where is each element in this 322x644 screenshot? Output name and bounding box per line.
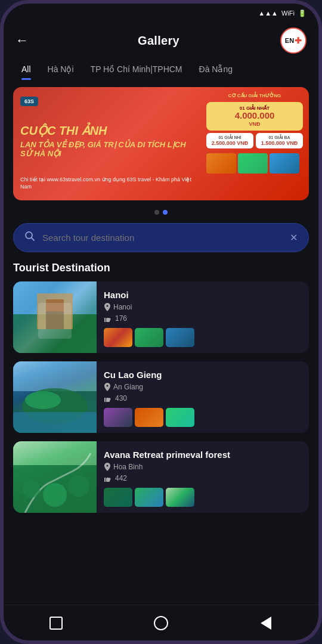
- svg-rect-4: [13, 314, 97, 353]
- banner-sub-title: LAN TỎA VẺ ĐẸP, GIÁ TRỊ CỦA DI TÍCH LỊCH…: [20, 140, 194, 159]
- hanoi-thumb-2: [135, 328, 163, 347]
- culao-location: An Giang: [104, 383, 302, 391]
- banner-thumb-2: [238, 153, 268, 174]
- destination-card-avana[interactable]: Avana Retreat primeval forest Hoa Binh: [13, 441, 309, 513]
- hanoi-card-body: Hanoi Hanoi 176: [97, 281, 309, 353]
- carousel-dots: [4, 205, 318, 217]
- back-icon: [261, 617, 271, 630]
- prize-1st-amount: 4.000.000: [211, 111, 298, 121]
- search-clear-button[interactable]: ✕: [290, 232, 298, 243]
- hanoi-name: Hanoi: [104, 290, 302, 300]
- destination-card-hanoi[interactable]: Hanoi Hanoi 176: [13, 281, 309, 353]
- nav-home-button[interactable]: [150, 612, 172, 634]
- culao-thumbnails: [104, 408, 302, 427]
- page-title: Gallery: [138, 34, 179, 48]
- dot-1[interactable]: [154, 210, 159, 215]
- avana-thumb-2: [135, 488, 163, 507]
- search-box[interactable]: ✕: [13, 223, 309, 252]
- status-icons: ▲▲▲ WiFi 🔋: [258, 10, 306, 17]
- tab-hanoi[interactable]: Hà Nội: [39, 61, 82, 78]
- culao-thumb-3: [166, 408, 194, 427]
- prize-3rd-label: 01 GIẢI BA: [258, 135, 301, 140]
- banner-note: Chi tiết tại www.63stravel.com.vn ứng dụ…: [20, 176, 194, 191]
- prize-2nd: 01 GIẢI NHÌ 2.500.000 VNĐ: [206, 133, 253, 149]
- back-button[interactable]: ←: [16, 33, 37, 48]
- banner-right: CƠ CẤU GIẢI THƯỞNG 01 GIẢI NHẤT 4.000.00…: [202, 87, 309, 200]
- prize-1st-currency: VNĐ: [211, 121, 298, 127]
- avana-name: Avana Retreat primeval forest: [104, 450, 302, 460]
- prize-1st: 01 GIẢI NHẤT 4.000.000 VNĐ: [206, 102, 303, 131]
- culao-image: [13, 361, 97, 433]
- main-content: 63S CUỘC THI ẢNH LAN TỎA VẺ ĐẸP, GIÁ TRỊ…: [4, 80, 318, 605]
- banner-left: 63S CUỘC THI ẢNH LAN TỎA VẺ ĐẸP, GIÁ TRỊ…: [13, 87, 202, 200]
- destination-card-culao[interactable]: Cu Lao Gieng An Giang 430: [13, 361, 309, 433]
- nav-back-button[interactable]: [255, 612, 277, 634]
- prize-row: 01 GIẢI NHÌ 2.500.000 VNĐ 01 GIẢI BA 1.5…: [206, 133, 303, 149]
- banner-thumb-3: [270, 153, 299, 174]
- prize-header: CƠ CẤU GIẢI THƯỞNG: [206, 93, 303, 98]
- status-bar: ▲▲▲ WiFi 🔋: [4, 4, 318, 23]
- tab-danang[interactable]: Đà Nẵng: [191, 61, 241, 78]
- culao-name: Cu Lao Gieng: [104, 370, 302, 380]
- search-icon: [24, 231, 35, 244]
- lang-label: EN: [285, 37, 294, 44]
- avana-thumb-1: [104, 488, 132, 507]
- hanoi-thumbnails: [104, 328, 302, 347]
- avana-thumbnails: [104, 488, 302, 507]
- svg-line-1: [32, 238, 35, 241]
- home-icon: [154, 616, 168, 630]
- avana-likes: 442: [104, 474, 302, 482]
- square-icon: [49, 617, 63, 630]
- prize-2nd-amount: 2.500.000 VNĐ: [209, 140, 251, 147]
- bottom-navigation: [4, 605, 318, 640]
- header: ← Gallery EN ✚: [4, 23, 318, 61]
- destinations-list: Hanoi Hanoi 176: [4, 281, 318, 522]
- language-button[interactable]: EN ✚: [280, 27, 306, 54]
- dot-2[interactable]: [163, 210, 168, 215]
- avana-location: Hoa Binh: [104, 463, 302, 471]
- svg-point-17: [68, 475, 89, 497]
- promo-banner[interactable]: 63S CUỘC THI ẢNH LAN TỎA VẺ ĐẸP, GIÁ TRỊ…: [13, 87, 309, 200]
- hanoi-thumb-1: [104, 328, 132, 347]
- svg-rect-12: [13, 412, 97, 433]
- hanoi-likes: 176: [104, 314, 302, 323]
- banner-thumb-1: [206, 153, 236, 174]
- nav-square-button[interactable]: [45, 612, 67, 634]
- search-container: ✕: [4, 217, 318, 259]
- svg-rect-8: [13, 361, 97, 391]
- avana-card-body: Avana Retreat primeval forest Hoa Binh: [97, 441, 309, 513]
- section-title: Tourist Destination: [4, 259, 318, 281]
- svg-rect-5: [37, 293, 73, 329]
- banner-thumbnails: [206, 153, 303, 174]
- tab-all[interactable]: All: [13, 61, 39, 78]
- culao-card-body: Cu Lao Gieng An Giang 430: [97, 361, 309, 433]
- svg-point-15: [22, 480, 40, 498]
- culao-thumb-2: [135, 408, 163, 427]
- svg-rect-7: [46, 311, 64, 329]
- prize-2nd-label: 01 GIẢI NHÌ: [209, 135, 251, 140]
- prize-3rd: 01 GIẢI BA 1.500.000 VNĐ: [256, 133, 303, 149]
- banner-container: 63S CUỘC THI ẢNH LAN TỎA VẺ ĐẸP, GIÁ TRỊ…: [4, 80, 318, 205]
- svg-point-11: [25, 391, 61, 409]
- flag-cross-icon: ✚: [295, 36, 302, 45]
- hanoi-location: Hanoi: [104, 303, 302, 311]
- tabs-bar: All Hà Nội TP Hồ Chí Minh|TPHCM Đà Nẵng: [4, 61, 318, 80]
- svg-point-16: [43, 483, 67, 507]
- culao-likes: 430: [104, 394, 302, 402]
- banner-logo: 63S: [20, 97, 38, 106]
- culao-thumb-1: [104, 408, 132, 427]
- prize-3rd-amount: 1.500.000 VNĐ: [258, 140, 301, 147]
- svg-rect-6: [46, 299, 64, 311]
- avana-thumb-3: [166, 488, 194, 507]
- hanoi-image: [13, 281, 97, 353]
- avana-image: [13, 441, 97, 513]
- search-input[interactable]: [42, 233, 283, 243]
- tab-hcm[interactable]: TP Hồ Chí Minh|TPHCM: [82, 61, 191, 78]
- banner-main-title: CUỘC THI ẢNH: [20, 123, 194, 138]
- hanoi-thumb-3: [166, 328, 194, 347]
